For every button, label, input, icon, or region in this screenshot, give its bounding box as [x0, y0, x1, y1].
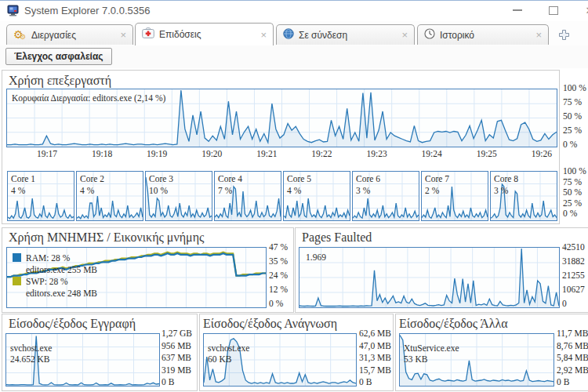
axis-tick: 10627 [562, 285, 585, 294]
close-button[interactable]: ✕ [578, 1, 588, 20]
tab-close-icon[interactable]: × [114, 30, 126, 40]
io-read-label: svchost.exe60 KB [208, 343, 249, 365]
tab-label: Σε σύνδεση [299, 30, 347, 41]
ram-legend-detail: editors.exe 255 MB [26, 265, 97, 274]
ram-legend-label: RAM: 28 % [26, 253, 70, 263]
toolbar: Έλεγχος ασφαλείας [0, 45, 588, 68]
axis-tick: 42510 [562, 242, 585, 252]
time-axis-tick: 19:18 [92, 149, 112, 158]
time-axis-tick: 19:25 [477, 149, 497, 158]
core-label: Core 14 % [11, 173, 35, 197]
axis-tick: 31,3 MB [359, 353, 391, 362]
gears-icon: ⚙⚙ [13, 29, 27, 42]
cpu-top-process-label: Κορυφαία Διεργασία: editors.exe (2,14 %) [12, 93, 165, 103]
core-label: Core 63 % [356, 173, 380, 197]
time-axis-tick: 19:23 [366, 149, 387, 158]
core-label: Core 54 % [287, 173, 311, 197]
tab-label: Ιστορικό [440, 30, 474, 41]
memory-chart: RAM: 28 % editors.exe 255 MB SWP: 28 % e… [6, 247, 267, 308]
medkit-icon [142, 27, 154, 42]
cpu-cores-row: Core 14 %Core 24 %Core 310 %Core 47 %Cor… [7, 171, 557, 221]
cpu-y-axis: 100 %75 %50 %25 %0 % [563, 83, 586, 149]
io-other-title: Είσοδος/έξοδος Άλλα [399, 317, 508, 331]
ram-legend-entry: RAM: 28 % editors.exe 255 MB [13, 252, 97, 276]
maximize-button[interactable] [542, 1, 565, 20]
core-chart-8: Core 83 % [490, 171, 557, 221]
axis-tick: 0 B [359, 377, 391, 387]
memory-y-axis: 47 %35 %24 %12 %0 % [269, 242, 288, 308]
axis-tick: 21255 [562, 270, 585, 280]
memory-usage-panel: Χρήση ΜΝΗΜΗΣ / Εικονικής μνήμης RAM: 28 … [2, 227, 294, 313]
tab-history[interactable]: Ιστορικό × [417, 24, 549, 45]
io-read-y-axis: 62,6 MB47,0 MB31,3 MB15,7 MB0 B [359, 328, 391, 387]
title-bar[interactable]: System Explorer 7.0.0.5356 ✕ [0, 1, 588, 21]
tab-processes[interactable]: ⚙⚙ Διεργασίες × [6, 24, 133, 45]
axis-tick: 0 % [563, 140, 586, 149]
core-chart-4: Core 47 % [214, 171, 281, 221]
swp-legend-entry: SWP: 28 % editors.exe 248 MB [13, 276, 97, 299]
axis-tick: 35 % [269, 256, 288, 266]
app-window: System Explorer 7.0.0.5356 ✕ ⚙⚙ Διεργασί… [0, 0, 588, 392]
swp-legend-label: SWP: 28 % [26, 277, 68, 286]
swp-legend-detail: editors.exe 248 MB [26, 289, 97, 298]
io-other-y-axis: 11,7 MB8,76 MB5,84 MB2,92 MB0 B [557, 328, 588, 387]
swp-swatch [13, 277, 21, 285]
axis-tick: 15,7 MB [359, 365, 391, 375]
io-read-title: Είσοδος/έξοδος Ανάγνωση [203, 317, 337, 331]
cores-y-axis: 100 %75 %50 %25 %0 % [563, 166, 586, 218]
pages-value-label: 1.969 [306, 252, 326, 263]
time-axis-tick: 19:21 [256, 149, 277, 158]
pages-section-title: Pages Faulted [302, 230, 372, 245]
axis-tick: 62,6 MB [359, 328, 391, 338]
axis-tick: 319 MB [162, 365, 192, 375]
cpu-usage-panel: Χρήση επεξεργαστή Κορυφαία Διεργασία: ed… [2, 70, 560, 224]
app-icon [7, 5, 20, 20]
time-axis-tick: 19:20 [201, 149, 222, 158]
axis-tick: 637 MB [162, 353, 192, 362]
tab-close-icon[interactable]: × [529, 30, 542, 40]
cpu-section-title: Χρήση επεξεργαστή [9, 74, 111, 88]
globe-icon [283, 28, 294, 42]
tab-close-icon[interactable]: × [395, 30, 408, 40]
security-check-button[interactable]: Έλεγχος ασφαλείας [5, 48, 112, 65]
close-icon: ✕ [586, 5, 588, 16]
plus-icon [558, 29, 570, 41]
axis-tick: 100 % [563, 83, 586, 93]
io-write-y-axis: 1,27 GB956 MB637 MB319 MB0 B [162, 328, 192, 387]
axis-tick: 0 B [557, 377, 588, 387]
axis-tick: 50 % [563, 187, 586, 197]
axis-tick: 24 % [269, 270, 288, 280]
axis-tick: 75 % [563, 97, 586, 107]
cpu-time-axis: 19:1719:1819:1919:2019:2119:2219:2319:24… [6, 149, 557, 160]
io-write-title: Είσοδος/έξοδος Εγγραφή [9, 317, 136, 331]
io-write-label: svchost.exe24.652 KB [10, 343, 52, 365]
core-chart-1: Core 14 % [7, 171, 74, 221]
clock-icon [424, 28, 435, 42]
core-chart-5: Core 54 % [283, 171, 350, 221]
axis-tick: 25 % [563, 198, 586, 208]
core-label: Core 47 % [218, 173, 242, 197]
minimize-button[interactable] [506, 1, 529, 20]
pages-y-axis: 425103188221255106270 [562, 242, 585, 308]
time-axis-tick: 19:22 [311, 149, 332, 158]
add-tab-button[interactable] [558, 29, 571, 42]
maximize-icon [549, 6, 558, 15]
core-chart-7: Core 72 % [421, 171, 488, 221]
axis-tick: 0 [562, 299, 585, 308]
pages-faulted-panel: Pages Faulted 1.969 [295, 227, 588, 313]
tab-label: Επιδόσεις [159, 29, 201, 40]
axis-tick: 47,0 MB [359, 341, 391, 350]
axis-tick: 0 B [162, 377, 192, 387]
core-chart-2: Core 24 % [76, 171, 143, 221]
axis-tick: 1,27 GB [162, 328, 192, 338]
core-chart-3: Core 310 % [145, 171, 212, 221]
tab-performance[interactable]: Επιδόσεις × [135, 23, 274, 45]
axis-tick: 2,92 MB [557, 365, 588, 375]
axis-tick: 31882 [562, 256, 585, 266]
axis-tick: 12 % [269, 285, 288, 294]
tab-online[interactable]: Σε σύνδεση × [276, 24, 415, 45]
io-write-chart: svchost.exe24.652 KB [5, 333, 160, 387]
tab-close-icon[interactable]: × [254, 30, 267, 40]
core-label: Core 24 % [80, 173, 104, 197]
core-label: Core 310 % [149, 173, 173, 197]
